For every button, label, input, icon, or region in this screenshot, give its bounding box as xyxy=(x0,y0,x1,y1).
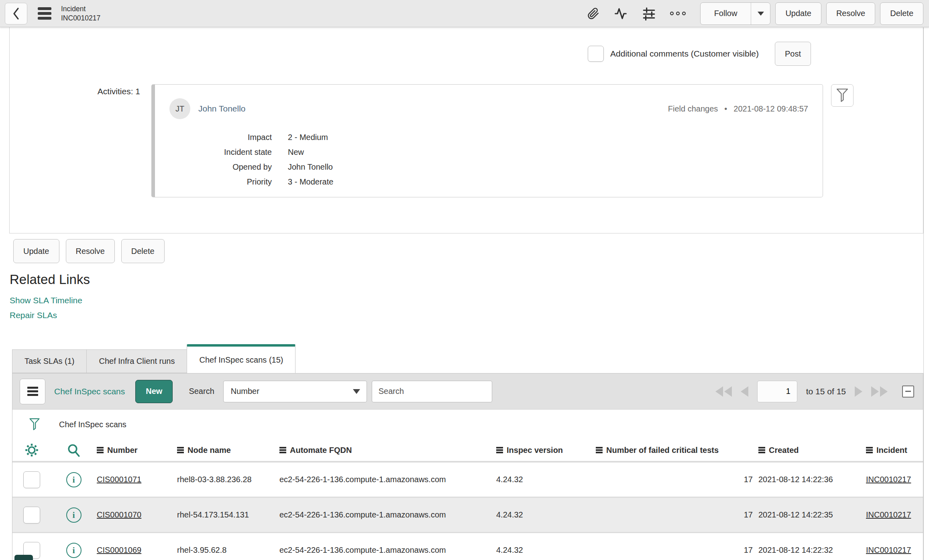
related-links-list: Show SLA Timeline Repair SLAs xyxy=(10,293,929,323)
column-header-number[interactable]: Number xyxy=(97,446,177,455)
hamburger-icon xyxy=(27,387,38,396)
node-name-cell: rhel-3.95.62.8 xyxy=(177,546,279,555)
search-input[interactable] xyxy=(372,381,492,402)
incident-link[interactable]: INC0010217 xyxy=(866,546,922,555)
filter-breadcrumb-label[interactable]: Chef InSpec scans xyxy=(59,420,126,429)
first-page-button[interactable] xyxy=(715,386,732,397)
update-button-bottom[interactable]: Update xyxy=(13,239,59,263)
row-range-label: to 15 of 15 xyxy=(806,387,846,396)
column-header-node-name[interactable]: Node name xyxy=(177,446,279,455)
created-cell: 2021-08-12 14:22:32 xyxy=(758,546,866,555)
chevron-left-icon xyxy=(12,7,20,20)
record-preview-info-icon[interactable]: i xyxy=(66,507,81,523)
additional-comments-checkbox[interactable] xyxy=(588,46,604,62)
personalize-form-icon[interactable] xyxy=(642,7,656,20)
record-type-label: Incident xyxy=(61,4,100,14)
field-change-label: Incident state xyxy=(169,148,272,157)
record-preview-info-icon[interactable]: i xyxy=(66,543,81,558)
column-menu-icon xyxy=(866,447,873,453)
column-menu-icon xyxy=(496,447,503,453)
filter-funnel-icon[interactable] xyxy=(29,417,41,432)
repair-slas-link[interactable]: Repair SLAs xyxy=(10,308,929,323)
search-field-selected: Number xyxy=(231,387,259,396)
post-button[interactable]: Post xyxy=(775,42,811,66)
node-name-cell: rhel8-03-3.88.236.28 xyxy=(177,475,279,484)
field-change-value: 3 - Moderate xyxy=(288,177,808,187)
inspec-version-cell: 4.24.32 xyxy=(496,475,596,484)
scan-number-link[interactable]: CIS0001070 xyxy=(97,510,177,519)
column-header-inspec-version[interactable]: Inspec version xyxy=(496,446,596,455)
column-header-automate-fqdn[interactable]: Automate FQDN xyxy=(279,446,496,455)
row-checkbox[interactable] xyxy=(23,507,40,523)
tab-task-slas[interactable]: Task SLAs (1) xyxy=(12,349,87,373)
table-row: i CIS0001071 rhel8-03-3.88.236.28 ec2-54… xyxy=(12,463,923,498)
follow-dropdown-button[interactable] xyxy=(751,3,770,24)
header-actions: Follow Update Resolve Delete xyxy=(700,2,923,25)
tab-chef-inspec-scans[interactable]: Chef InSpec scans (15) xyxy=(187,344,295,373)
field-change-label: Impact xyxy=(169,133,272,142)
new-record-button[interactable]: New xyxy=(135,380,173,403)
activity-stream-icon[interactable] xyxy=(614,7,627,20)
column-header-incident[interactable]: Incident xyxy=(866,446,922,455)
list-settings-gear-icon[interactable] xyxy=(24,443,39,457)
field-change-label: Opened by xyxy=(169,162,272,172)
journal-user-name[interactable]: John Tonello xyxy=(198,104,246,114)
failed-critical-tests-cell: 17 xyxy=(596,475,758,484)
list-menu-button[interactable] xyxy=(20,379,45,404)
column-search-icon[interactable] xyxy=(67,443,81,457)
next-page-button[interactable] xyxy=(855,386,862,397)
scan-number-link[interactable]: CIS0001071 xyxy=(97,475,177,484)
journal-entry-timestamp: 2021-08-12 09:48:57 xyxy=(733,104,808,114)
funnel-icon xyxy=(835,87,849,103)
activities-section: Activities: 1 JT John Tonello Field chan… xyxy=(10,84,923,197)
related-links-title: Related Links xyxy=(10,272,929,287)
context-menu-icon[interactable] xyxy=(38,7,51,20)
incident-link[interactable]: INC0010217 xyxy=(866,475,922,484)
column-header-created[interactable]: Created xyxy=(758,446,866,455)
column-header-failed-critical-tests[interactable]: Number of failed critical tests xyxy=(596,446,758,455)
update-button[interactable]: Update xyxy=(775,2,821,25)
record-title: Incident INC0010217 xyxy=(61,4,100,23)
row-checkbox[interactable] xyxy=(23,471,40,488)
paperclip-icon[interactable] xyxy=(587,7,599,20)
inspec-version-cell: 4.24.32 xyxy=(496,510,596,519)
activity-filter-button[interactable] xyxy=(831,84,854,107)
search-field-select[interactable]: Number xyxy=(223,381,367,402)
list-title[interactable]: Chef InSpec scans xyxy=(54,387,125,396)
header-icon-group xyxy=(587,7,686,20)
previous-page-button[interactable] xyxy=(741,386,748,397)
field-change-value: New xyxy=(288,148,808,157)
tab-chef-infra-client-runs[interactable]: Chef Infra Client runs xyxy=(86,349,187,373)
field-change-value: 2 - Medium xyxy=(288,133,808,142)
incident-record-screen: Incident INC0010217 xyxy=(0,0,929,560)
column-menu-icon xyxy=(279,447,286,453)
minus-icon xyxy=(905,391,911,392)
pagination: to 15 of 15 xyxy=(715,381,914,402)
scrollbar-track[interactable] xyxy=(923,28,929,560)
last-page-button[interactable] xyxy=(871,386,888,397)
collapse-list-button[interactable] xyxy=(902,386,914,398)
scan-number-link[interactable]: CIS0001069 xyxy=(97,546,177,555)
bullet-separator: • xyxy=(724,104,727,114)
more-options-icon[interactable] xyxy=(670,12,686,15)
table-row: i CIS0001070 rhel-54.173.154.131 ec2-54-… xyxy=(12,498,923,533)
additional-comments-row: Additional comments (Customer visible) P… xyxy=(10,27,923,66)
automate-fqdn-cell: ec2-54-226-1-136.compute-1.amazonaws.com xyxy=(279,510,496,519)
back-button[interactable] xyxy=(5,3,27,24)
field-change-label: Priority xyxy=(169,177,272,187)
incident-link[interactable]: INC0010217 xyxy=(866,510,922,519)
failed-critical-tests-cell: 17 xyxy=(596,510,758,519)
show-sla-timeline-link[interactable]: Show SLA Timeline xyxy=(10,293,929,308)
avatar: JT xyxy=(169,98,190,119)
delete-button-bottom[interactable]: Delete xyxy=(121,239,165,263)
follow-button[interactable]: Follow xyxy=(701,3,751,24)
delete-button[interactable]: Delete xyxy=(880,2,923,25)
record-preview-info-icon[interactable]: i xyxy=(66,472,81,487)
journal-entry-type: Field changes xyxy=(668,104,718,114)
page-number-input[interactable] xyxy=(757,381,797,402)
resolve-button-bottom[interactable]: Resolve xyxy=(66,239,115,263)
column-menu-icon xyxy=(97,447,104,453)
failed-critical-tests-cell: 17 xyxy=(596,546,758,555)
resolve-button[interactable]: Resolve xyxy=(826,2,875,25)
incident-form-panel: Additional comments (Customer visible) P… xyxy=(9,27,923,233)
